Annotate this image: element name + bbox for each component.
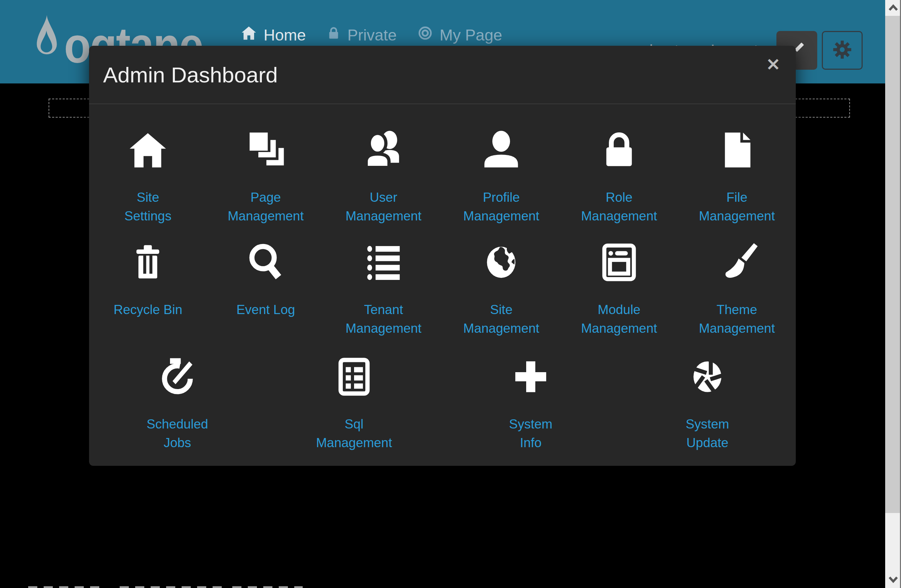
tile-theme-management[interactable]: ThemeManagement — [678, 240, 796, 338]
tile-label: FileManagement — [699, 188, 775, 225]
plus-icon — [509, 355, 552, 399]
tile-label: SystemInfo — [509, 415, 552, 452]
spreadsheet-icon — [333, 355, 376, 399]
tile-label: SiteManagement — [463, 300, 539, 338]
scrollbar-thumb[interactable] — [885, 16, 901, 513]
tile-row-2: Recycle Bin Event Log Te — [89, 240, 796, 338]
tile-label: ScheduledJobs — [147, 415, 208, 452]
tile-page-management[interactable]: PageManagement — [207, 128, 325, 225]
brush-icon — [716, 240, 758, 284]
tile-label: RoleManagement — [581, 188, 657, 225]
tile-label: UserManagement — [346, 188, 422, 225]
modal-title: Admin Dashboard — [103, 62, 278, 87]
settings-button[interactable] — [822, 31, 863, 70]
tile-row-3: ScheduledJobs SqlManagement — [89, 355, 796, 452]
tile-sql-management[interactable]: SqlManagement — [266, 355, 443, 452]
tile-module-management[interactable]: ModuleManagement — [560, 240, 678, 338]
tile-label: PageManagement — [228, 188, 304, 225]
tile-scheduled-jobs[interactable]: ScheduledJobs — [89, 355, 266, 452]
admin-dashboard-modal: Admin Dashboard ✕ SiteSettings PageManag… — [89, 46, 796, 466]
nav-link-label: My Page — [440, 26, 502, 44]
tile-site-management[interactable]: SiteManagement — [443, 240, 560, 338]
timer-icon — [156, 355, 199, 399]
tile-tenant-management[interactable]: TenantManagement — [324, 240, 443, 338]
tile-label: SiteSettings — [124, 188, 171, 225]
tile-label: Event Log — [237, 300, 295, 319]
tile-system-info[interactable]: SystemInfo — [443, 355, 619, 452]
browser-icon — [598, 240, 641, 284]
tile-label: SystemUpdate — [686, 415, 729, 452]
tile-label: Recycle Bin — [114, 300, 182, 319]
tile-profile-management[interactable]: ProfileManagement — [443, 128, 560, 225]
people-icon — [362, 128, 405, 172]
person-icon — [480, 128, 523, 172]
nav-link-home[interactable]: Home — [240, 25, 306, 45]
chevron-up-icon — [887, 3, 899, 13]
chevron-down-icon — [887, 576, 899, 585]
clipped-bottom-content — [120, 586, 222, 588]
home-icon — [126, 128, 169, 172]
nav-link-private[interactable]: Private — [326, 25, 397, 45]
home-icon — [240, 25, 257, 45]
aperture-icon — [686, 355, 729, 399]
vertical-scrollbar — [885, 0, 901, 588]
lock-icon — [326, 25, 341, 45]
modal-header: Admin Dashboard ✕ — [89, 46, 796, 104]
globe-icon — [480, 240, 523, 284]
nav-link-my-page[interactable]: My Page — [417, 25, 502, 45]
layers-icon — [244, 128, 287, 172]
file-icon — [716, 128, 758, 172]
scroll-up-button[interactable] — [885, 0, 901, 16]
tile-row-1: SiteSettings PageManagement — [89, 128, 796, 225]
tile-role-management[interactable]: RoleManagement — [560, 128, 678, 225]
clipped-bottom-content — [28, 586, 102, 588]
tile-label: TenantManagement — [346, 300, 422, 338]
tile-site-settings[interactable]: SiteSettings — [89, 128, 207, 225]
tile-label: ModuleManagement — [581, 300, 657, 338]
scroll-down-button[interactable] — [885, 572, 901, 588]
gear-icon — [831, 38, 854, 63]
tile-label: ProfileManagement — [463, 188, 539, 225]
lock-icon — [598, 128, 641, 172]
tile-label: SqlManagement — [316, 415, 392, 452]
nav-link-label: Home — [263, 26, 306, 44]
tile-label: ThemeManagement — [699, 300, 775, 338]
oqtane-drop-icon — [34, 13, 59, 61]
nav-links: Home Private My Page — [240, 25, 502, 45]
nav-link-label: Private — [348, 26, 397, 44]
trash-icon — [126, 240, 169, 284]
magnifying-glass-icon — [244, 240, 287, 284]
tile-system-update[interactable]: SystemUpdate — [619, 355, 796, 452]
tile-event-log[interactable]: Event Log — [207, 240, 325, 338]
tile-user-management[interactable]: UserManagement — [324, 128, 443, 225]
close-icon[interactable]: ✕ — [766, 56, 780, 73]
list-icon — [362, 240, 405, 284]
target-icon — [417, 25, 433, 45]
clipped-bottom-content — [232, 586, 303, 588]
tile-recycle-bin[interactable]: Recycle Bin — [89, 240, 207, 338]
tile-file-management[interactable]: FileManagement — [678, 128, 796, 225]
